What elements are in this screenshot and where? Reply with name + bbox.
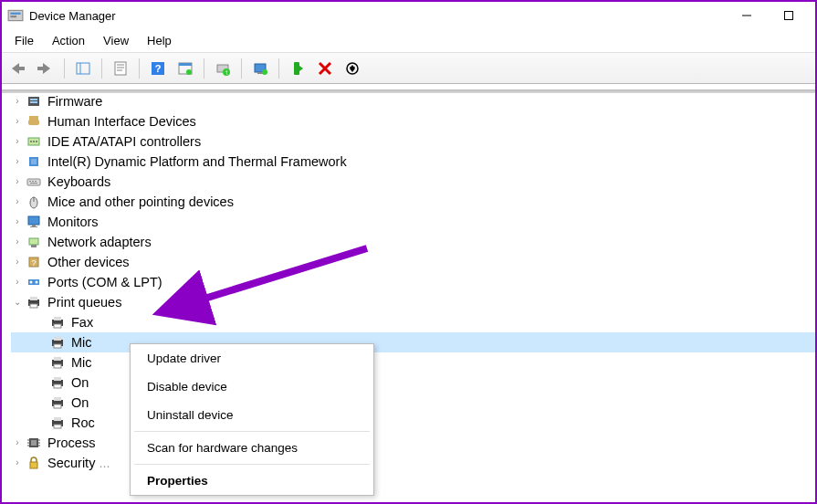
menu-help[interactable]: Help [138, 31, 181, 50]
context-menu-item[interactable]: Disable device [131, 373, 373, 401]
forward-button[interactable] [33, 56, 58, 81]
svg-rect-43 [31, 159, 37, 164]
tree-node-label: On [71, 373, 89, 393]
svg-text:↑: ↑ [225, 68, 228, 76]
enable-device-button[interactable] [285, 56, 310, 81]
toolbar-separator [204, 58, 204, 79]
back-button[interactable] [5, 56, 31, 81]
svg-rect-18 [179, 63, 192, 66]
svg-rect-48 [30, 183, 37, 184]
context-menu-item[interactable]: Scan for hardware changes [131, 434, 373, 462]
tree-node-label: Intel(R) Dynamic Platform and Thermal Fr… [47, 152, 347, 172]
svg-marker-5 [12, 63, 19, 74]
tree-node[interactable]: ›Mice and other pointing devices [11, 192, 815, 212]
tree-node-print-queues[interactable]: ⌄ Print queues [11, 292, 815, 312]
tree-child-node[interactable]: Fax [11, 312, 815, 332]
network-icon [26, 234, 42, 250]
menu-action[interactable]: Action [43, 31, 94, 50]
monitor-icon [26, 214, 42, 230]
tree-node[interactable]: ›IDE ATA/ATAPI controllers [11, 131, 815, 152]
chevron-right-icon[interactable]: › [11, 433, 24, 453]
tree-node[interactable]: ›?Other devices [11, 252, 815, 272]
other-icon: ? [26, 254, 42, 270]
chevron-right-icon[interactable]: › [11, 252, 24, 272]
disable-device-button[interactable] [340, 56, 365, 81]
svg-rect-68 [54, 337, 61, 341]
help-button[interactable]: ? [145, 56, 171, 81]
chevron-right-icon[interactable]: › [11, 272, 24, 292]
svg-rect-69 [54, 344, 61, 348]
intel-icon [26, 153, 42, 170]
tree-node-label: Fax [71, 312, 93, 332]
tree-node-label: Mic [71, 352, 92, 373]
properties-button[interactable] [108, 56, 133, 81]
maximize-button[interactable] [768, 2, 810, 29]
svg-rect-77 [54, 397, 61, 401]
show-hide-console-button[interactable] [70, 56, 96, 81]
context-menu-item[interactable]: Uninstall device [131, 401, 373, 429]
menu-view[interactable]: View [94, 31, 138, 50]
svg-marker-27 [299, 66, 303, 71]
svg-point-39 [30, 141, 32, 142]
chevron-right-icon[interactable]: › [11, 232, 24, 252]
toolbar-separator [101, 58, 102, 79]
svg-rect-26 [294, 62, 299, 75]
svg-rect-90 [30, 462, 37, 468]
context-menu-item[interactable]: Properties [131, 467, 373, 495]
svg-rect-62 [30, 297, 37, 300]
tree-node[interactable]: ›Firmware [11, 91, 815, 111]
tree-node-label: Roc [71, 413, 95, 433]
toolbar-separator [278, 58, 279, 79]
tree-node[interactable]: ›Human Interface Devices [11, 111, 815, 131]
window-buttons [726, 2, 810, 29]
svg-rect-11 [115, 62, 126, 75]
chevron-right-icon[interactable]: › [11, 152, 24, 172]
tree-node[interactable]: ›Intel(R) Dynamic Platform and Thermal F… [11, 152, 815, 172]
chevron-right-icon[interactable]: › [11, 111, 24, 131]
printer-icon [49, 374, 66, 391]
chevron-right-icon[interactable]: › [11, 172, 24, 192]
context-menu-separator [134, 464, 370, 465]
firmware-icon [26, 93, 42, 110]
security-icon [26, 455, 42, 471]
chevron-right-icon[interactable]: › [11, 192, 24, 212]
chevron-right-icon[interactable]: › [11, 212, 24, 232]
svg-text:?: ? [155, 63, 162, 74]
tree-node-label: Keyboards [47, 172, 110, 192]
svg-text:?: ? [31, 258, 36, 268]
chevron-right-icon[interactable]: › [11, 131, 24, 152]
svg-rect-83 [31, 440, 37, 446]
svg-rect-34 [30, 99, 37, 100]
svg-rect-72 [54, 364, 61, 368]
toolbar-separator [241, 58, 242, 79]
toolbar-separator [139, 58, 140, 79]
chevron-down-icon[interactable]: ⌄ [11, 292, 24, 312]
chevron-right-icon[interactable]: › [11, 453, 24, 473]
minimize-button[interactable] [726, 2, 768, 29]
svg-rect-8 [37, 67, 43, 70]
svg-rect-9 [77, 63, 89, 74]
scan-hardware-button[interactable] [247, 56, 273, 81]
update-driver-button[interactable]: ↑ [210, 56, 236, 81]
device-tree[interactable]: ›Firmware›Human Interface Devices›IDE AT… [2, 84, 815, 473]
uninstall-device-button[interactable] [312, 56, 338, 81]
tree-node[interactable]: ›Network adapters [11, 232, 815, 252]
svg-rect-37 [29, 116, 38, 121]
tree-node[interactable]: ›Ports (COM & LPT) [11, 272, 815, 292]
tree-node-label: Other devices [47, 252, 129, 272]
tree-node-label: Process [47, 433, 95, 453]
svg-rect-4 [785, 12, 793, 20]
tree-node[interactable]: ›Keyboards [11, 172, 815, 192]
keyboard-icon [26, 173, 42, 190]
svg-rect-55 [31, 245, 37, 247]
chevron-right-icon[interactable]: › [11, 91, 24, 111]
mouse-icon [26, 194, 42, 210]
svg-rect-6 [19, 67, 25, 70]
context-menu-item[interactable]: Update driver [131, 344, 373, 373]
menu-file[interactable]: File [5, 31, 43, 50]
svg-point-40 [33, 141, 35, 142]
printer-icon [49, 314, 66, 331]
action-bar-button[interactable] [173, 56, 198, 81]
context-menu: Update driverDisable deviceUninstall dev… [130, 343, 374, 496]
tree-node[interactable]: ›Monitors [11, 212, 815, 232]
